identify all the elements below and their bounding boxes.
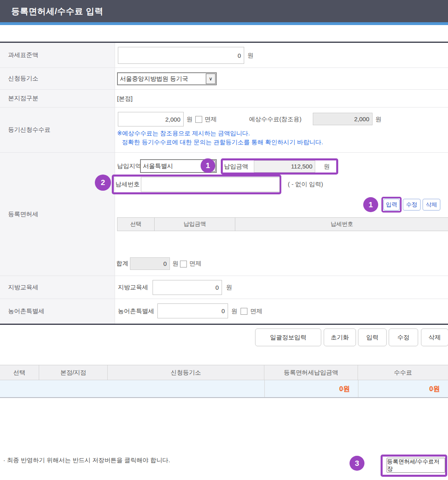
delete-button[interactable]: 삭제 [421, 328, 448, 346]
registry-office-label: 신청등기소 [0, 68, 115, 89]
row-license-tax: 등록면허세 납입지역 서울특별시 ∨ 1 납입금액 112,500 원 2 납세… [0, 153, 448, 276]
total-exempt-checkbox[interactable] [180, 261, 187, 267]
row-registry-office: 신청등기소 서울중앙지방법원 등기국 ∨ [0, 68, 448, 90]
tax-base-input[interactable] [118, 47, 244, 64]
won-suffix: 원 [247, 43, 253, 68]
row-tax-base: 과세표준액 원 [0, 43, 448, 68]
action-button-bar: 일괄정보입력 초기화 입력 수정 삭제 [0, 328, 448, 347]
col-registry-office: 신청등기소 [108, 365, 264, 380]
office-type-label: 본지점구분 [0, 90, 115, 107]
application-fee-label: 등기신청수수료 [0, 107, 115, 152]
license-tax-label: 등록면허세 [0, 153, 115, 276]
rural-special-tax-input[interactable] [157, 303, 228, 318]
summary-table-row: 0원 0원 [0, 380, 448, 398]
col-fee: 수수료 [358, 365, 448, 380]
rural-tax-exempt-checkbox[interactable] [241, 308, 247, 315]
registration-license-tax-page: 등록면허세/수수료 입력 과세표준액 원 신청등기소 서울중앙지방법원 등기국 … [0, 0, 448, 480]
cell-office-type [39, 380, 108, 397]
row-local-education-tax: 지방교육세 지방교육세 원 [0, 276, 448, 299]
step-badge-3: 3 [350, 456, 364, 471]
local-education-tax-field-label: 지방교육세 [118, 276, 148, 299]
application-fee-input[interactable] [118, 112, 184, 126]
application-fee-exempt-checkbox[interactable] [195, 116, 202, 123]
tax-number-group: 납세번호 [112, 175, 281, 194]
payment-amount-group: 납입금액 112,500 원 [221, 158, 338, 175]
fee-note-line1: ※예상수수료는 참조용으로 제시하는 금액입니다. [117, 130, 250, 137]
rural-tax-exempt-label: 면제 [250, 299, 262, 324]
registry-office-select[interactable]: 서울중앙지방법원 등기국 ∨ [117, 72, 217, 85]
payment-region-label: 납입지역 [117, 159, 141, 173]
step-badge-2: 2 [95, 175, 111, 191]
batch-input-button[interactable]: 일괄정보입력 [255, 328, 321, 346]
estimated-fee-label: 예상수수료(참조용) [249, 112, 301, 126]
won-suffix: 원 [231, 299, 237, 324]
col-tax-number: 납세번호 [235, 218, 448, 231]
chevron-down-icon: ∨ [206, 74, 216, 84]
won-suffix: 원 [375, 112, 381, 126]
registry-office-selected: 서울중앙지방법원 등기국 [118, 75, 205, 83]
row-application-fee: 등기신청수수료 원 면제 예상수수료(참조용) 원 ※예상수수료는 참조용으로 … [0, 107, 448, 153]
save-license-tax-fee-button[interactable]: 등록면허세/수수료저장 [387, 458, 445, 473]
local-education-tax-label: 지방교육세 [0, 276, 115, 299]
row-rural-special-tax: 농어촌특별세 농어촌특별세 원 면제 [0, 299, 448, 324]
tax-number-label: 납세번호 [112, 181, 141, 188]
cell-select [0, 380, 39, 397]
page-title: 등록면허세/수수료 입력 [11, 0, 103, 22]
step-badge-1: 1 [201, 158, 215, 173]
fee-note-line2: 정확한 등기수수료에 대한 문의는 관할등기소를 통해 확인하시기 바랍니다. [122, 139, 323, 146]
won-suffix: 원 [226, 276, 232, 299]
won-suffix: 원 [172, 257, 178, 270]
tax-base-label: 과세표준액 [0, 43, 115, 67]
rural-special-tax-field-label: 농어촌특별세 [118, 299, 154, 324]
cell-registry-office [108, 380, 264, 397]
license-edit-button[interactable]: 수정 [403, 199, 421, 211]
save-reminder-note: · 최종 반영하기 위해서는 반드시 저장버튼을 클릭해야 합니다. [3, 457, 170, 464]
row-office-type: 본지점구분 [본점] [0, 90, 448, 107]
step-badge-1b: 1 [363, 197, 378, 212]
won-suffix: 원 [186, 112, 193, 126]
payment-region-selected: 서울특별시 [141, 162, 205, 170]
reset-button[interactable]: 초기화 [324, 328, 356, 346]
rural-special-tax-label: 농어촌특별세 [0, 299, 115, 324]
payment-amount-label: 납입금액 [221, 163, 254, 171]
license-tax-table-header: 선택 납입금액 납세번호 [117, 217, 448, 231]
tax-fee-form: 과세표준액 원 신청등기소 서울중앙지방법원 등기국 ∨ 본지점구분 [본점] … [0, 42, 448, 325]
col-license-tax-amount: 등록면허세납입금액 [264, 365, 358, 380]
summary-table: 선택 본점/지점 신청등기소 등록면허세납입금액 수수료 0원 0원 [0, 365, 448, 398]
local-education-tax-input[interactable] [153, 280, 222, 295]
total-exempt-label: 면제 [189, 257, 201, 270]
col-amount: 납입금액 [155, 218, 235, 231]
header-underline [0, 22, 448, 25]
input-button[interactable]: 입력 [358, 328, 387, 346]
page-header: 등록면허세/수수료 입력 [0, 0, 448, 22]
license-input-button[interactable]: 입력 [383, 199, 400, 211]
total-input [130, 257, 170, 270]
edit-button[interactable]: 수정 [389, 328, 418, 346]
tax-number-hint: ( - 없이 입력) [288, 175, 323, 194]
estimated-fee-input [313, 113, 373, 125]
payment-amount-input[interactable]: 112,500 [254, 160, 315, 173]
summary-table-header: 선택 본점/지점 신청등기소 등록면허세납입금액 수수료 [0, 365, 448, 380]
col-office-type: 본점/지점 [39, 365, 108, 380]
col-select: 선택 [0, 365, 39, 380]
col-select: 선택 [117, 218, 155, 231]
cell-license-tax-amount: 0원 [264, 380, 358, 397]
application-fee-exempt-label: 면제 [205, 112, 217, 126]
tax-number-input[interactable] [141, 177, 280, 192]
license-delete-button[interactable]: 삭제 [423, 199, 440, 211]
office-type-value: [본점] [117, 90, 132, 107]
won-suffix: 원 [315, 163, 338, 171]
cell-fee: 0원 [358, 380, 448, 397]
total-label: 합계 [116, 257, 128, 270]
